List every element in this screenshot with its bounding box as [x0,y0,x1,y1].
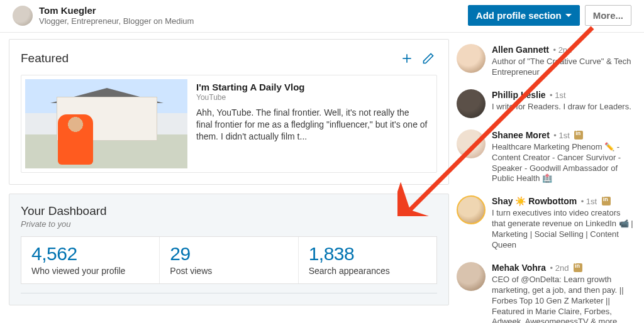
person-headline: I write for Readers. I draw for Leaders. [492,102,631,112]
person-avatar [457,129,486,158]
person-avatar [457,195,486,224]
dashboard-stats: 4,562 Who viewed your profile 29 Post vi… [21,236,437,284]
user-name: Tom Kuegler [39,5,194,16]
edit-featured-button[interactable] [419,50,437,67]
person-name: Phillip Leslie [492,90,546,100]
stat-value: 29 [170,243,287,265]
person-degree: • 1st [553,131,570,140]
featured-card: Featured I'm Starting A Daily Vlog You [9,39,449,185]
chevron-down-icon [565,14,572,17]
person-headline: Healthcare Marketing Phenom ✏️ - Content… [492,142,635,185]
user-headline: Vlogger, Entrepreneur, Blogger on Medium [39,16,194,26]
pencil-icon [422,52,435,65]
user-identity: Tom Kuegler Vlogger, Entrepreneur, Blogg… [39,5,194,26]
person-degree: • 1st [550,90,566,100]
stat-search-appearances[interactable]: 1,838 Search appearances [299,237,436,283]
person-headline: Author of "The Creative Curve" & Tech En… [492,57,635,78]
more-label: More... [593,10,623,21]
more-button[interactable]: More... [585,5,631,26]
premium-badge-icon [574,131,583,140]
profile-topbar: Tom Kuegler Vlogger, Entrepreneur, Blogg… [0,0,644,33]
stat-value: 4,562 [31,243,149,265]
person-row[interactable]: Phillip Leslie • 1st I write for Readers… [457,84,638,124]
person-avatar [457,89,486,118]
person-row[interactable]: Mehak Vohra • 2nd CEO of @OnDelta: Learn… [457,257,638,323]
add-featured-button[interactable] [398,50,416,67]
person-name: Shay ☀️ Rowbottom [492,196,577,206]
featured-thumbnail [25,79,187,168]
person-degree: • 1st [581,197,597,206]
person-avatar [457,44,486,73]
featured-item-source: YouTube [196,93,428,102]
stat-profile-views[interactable]: 4,562 Who viewed your profile [21,237,160,283]
stat-value: 1,838 [309,243,426,265]
stat-post-views[interactable]: 29 Post views [160,237,298,283]
dashboard-card: Your Dashboard Private to you 4,562 Who … [9,194,449,305]
user-avatar[interactable] [13,6,33,26]
featured-item-title: I'm Starting A Daily Vlog [196,82,428,92]
add-profile-section-button[interactable]: Add profile section [468,5,580,26]
person-headline: CEO of @OnDelta: Learn growth marketing,… [492,275,635,323]
featured-item-description: Ahh, YouTube. The final frontier. Well, … [196,107,428,143]
premium-badge-icon [574,263,582,272]
person-degree: • 2nd [553,45,572,55]
stat-label: Search appearances [309,266,426,276]
person-avatar [457,262,486,291]
person-name: Allen Gannett [492,45,549,55]
person-row[interactable]: Shay ☀️ Rowbottom • 1st I turn executive… [457,190,638,257]
stat-label: Post views [170,266,287,276]
stat-label: Who viewed your profile [31,266,149,276]
dashboard-title: Your Dashboard [21,204,437,218]
person-row[interactable]: Shanee Moret • 1st Healthcare Marketing … [457,124,638,191]
person-row[interactable]: Allen Gannett • 2nd Author of "The Creat… [457,39,638,84]
person-name: Mehak Vohra [492,263,546,273]
dashboard-divider [21,293,437,293]
add-profile-section-label: Add profile section [476,10,562,21]
featured-title: Featured [21,52,69,65]
person-name: Shanee Moret [492,130,550,140]
dashboard-subtitle: Private to you [21,219,437,229]
featured-item[interactable]: I'm Starting A Daily Vlog YouTube Ahh, Y… [21,75,437,173]
person-degree: • 2nd [550,263,569,273]
plus-icon [401,52,413,65]
people-sidebar: Allen Gannett • 2nd Author of "The Creat… [457,39,638,323]
person-headline: I turn executives into video creators th… [492,208,635,251]
premium-badge-icon [602,197,611,205]
